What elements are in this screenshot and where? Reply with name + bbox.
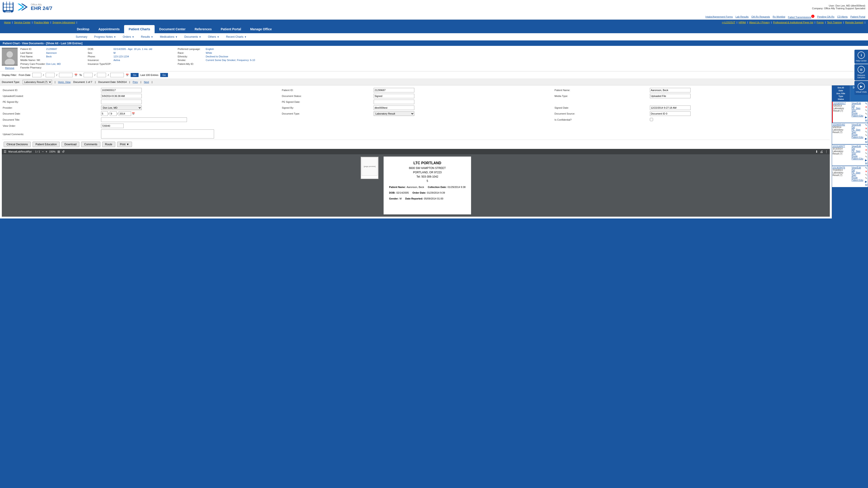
signed-by-input[interactable]	[374, 105, 414, 110]
route-3[interactable]: Route	[851, 155, 863, 158]
route-1[interactable]: Route	[851, 112, 863, 115]
provider-select[interactable]: Don Lee, MD	[101, 105, 142, 110]
route-2[interactable]: Route	[851, 133, 863, 136]
failed-trans-link[interactable]: Failed Transmissions	[788, 16, 811, 19]
signed-date-input[interactable]	[650, 105, 690, 110]
from-date-d[interactable]	[46, 73, 55, 77]
patient-id-input[interactable]	[374, 88, 414, 92]
comments-btn[interactable]: Comments	[81, 142, 100, 147]
doc-id-4[interactable]: 1013639476	[833, 166, 850, 169]
print-btn[interactable]: Print ▼	[117, 142, 132, 147]
pe-sign-4[interactable]: PE_Sign	[851, 171, 863, 174]
pdf-menu-btn[interactable]: ☰	[4, 150, 6, 153]
to-date-d[interactable]	[97, 73, 106, 77]
pdf-more-btn[interactable]: ⋮	[825, 150, 828, 153]
synergy-link[interactable]: Synergy Infoconnect	[51, 21, 76, 24]
sign-3[interactable]: Sign	[851, 153, 863, 155]
from-date-y[interactable]	[59, 73, 72, 77]
pe-signed-input[interactable]	[101, 100, 142, 104]
intake-forms-link[interactable]: Intake/Agreement Forms	[706, 15, 733, 18]
calendar-icon1[interactable]: 📅	[74, 74, 78, 76]
media-type-input[interactable]	[650, 94, 690, 98]
pe-sign-3[interactable]: PE_Sign	[851, 150, 863, 153]
view-edit-4[interactable]: View/Edit	[851, 166, 863, 169]
del-3[interactable]: Del	[851, 148, 863, 150]
hipaa-link[interactable]: HIPAA	[737, 21, 747, 24]
tab-patient-charts[interactable]: Patient Charts	[124, 25, 155, 33]
subtab-progress-notes[interactable]: Progress Notes ▼	[91, 33, 119, 40]
view-edit-2[interactable]: View/Edit	[851, 124, 863, 126]
del-4[interactable]: Del	[851, 169, 863, 171]
is-confidential-checkbox[interactable]	[650, 117, 653, 122]
pe-sign-1[interactable]: PE_Sign	[851, 107, 863, 109]
clinical-decisions-btn[interactable]: Clinical Decisions	[4, 142, 31, 147]
pdf-download-btn[interactable]: ⬇	[815, 150, 818, 153]
request-samples-btn[interactable]: ⊞ Request Samples	[855, 64, 868, 80]
to-date-m[interactable]	[84, 73, 93, 77]
doc-date-d-input[interactable]	[110, 111, 117, 116]
rx-worklist-link[interactable]: Rx Worklist	[773, 15, 785, 18]
sign-1[interactable]: Sign	[851, 109, 863, 112]
pdf-zoom-out-btn[interactable]: −	[42, 150, 43, 153]
doc-id-1[interactable]: 1020655517	[833, 102, 850, 105]
lab-results-link[interactable]: Lab Results	[736, 15, 749, 18]
doc-date-m-input[interactable]	[101, 111, 108, 116]
next-link[interactable]: Next	[144, 80, 149, 84]
pdf-zoom-in-btn[interactable]: +	[45, 150, 47, 153]
uploaded-input[interactable]	[101, 94, 142, 98]
subtab-documents[interactable]: Documents ▼	[181, 33, 205, 40]
go-button-1[interactable]: Go	[131, 73, 138, 77]
from-date-m[interactable]	[32, 73, 41, 77]
view-order-input[interactable]	[101, 124, 124, 128]
patient-name-input[interactable]	[650, 88, 690, 92]
del-1[interactable]: Del	[851, 105, 863, 107]
pdf-rotate-btn[interactable]: ↺	[62, 150, 65, 153]
go-button-2[interactable]: Go	[160, 73, 168, 77]
calendar-icon2[interactable]: 📅	[126, 74, 129, 76]
doctype-select[interactable]: Laboratory Result (7)	[23, 80, 52, 84]
upload-comments-textarea[interactable]	[101, 129, 214, 138]
patient-edu-1[interactable]: Patient Edu	[851, 115, 863, 117]
tab-desktop[interactable]: Desktop	[72, 25, 94, 33]
virtual-visits-btn[interactable]: ▶ Virtual Visits	[855, 81, 868, 95]
view-edit-3[interactable]: View/Edit	[851, 145, 863, 148]
about-link[interactable]: About Us / Privacy	[748, 21, 771, 24]
logout-link[interactable]: <<LOGOUT	[720, 21, 737, 24]
route-btn[interactable]: Route	[102, 142, 115, 147]
doc-id-3[interactable]: 1019149977	[833, 145, 850, 148]
subtab-recent-charts[interactable]: Recent Charts ▼	[223, 33, 250, 40]
tab-references[interactable]: References	[190, 25, 216, 33]
pdf-print-btn[interactable]: 🖨	[820, 150, 823, 153]
subtab-others[interactable]: Others ▼	[205, 33, 223, 40]
sign-4[interactable]: Sign	[851, 174, 863, 176]
doc-date-cal-icon[interactable]: 📅	[132, 112, 135, 115]
del-2[interactable]: Del	[851, 126, 863, 129]
doc-status-input[interactable]	[374, 94, 414, 98]
subtab-medications[interactable]: Medications ▼	[156, 33, 181, 40]
prev-link[interactable]: Prev	[133, 80, 138, 84]
view-edit-1[interactable]: View/Edit	[851, 102, 863, 105]
practice-mate-link[interactable]: Practice Mate	[33, 21, 51, 24]
tab-appointments[interactable]: Appointments	[94, 25, 124, 33]
patient-portal-link[interactable]: Patient Portal	[850, 15, 865, 18]
oa-rx-link[interactable]: OA-Rx Requests	[751, 15, 770, 18]
remove-link[interactable]: Remove	[5, 67, 14, 69]
doc-id-input[interactable]	[101, 88, 142, 92]
forms-link[interactable]: Forms	[815, 21, 825, 24]
tab-manage-office[interactable]: Manage Office	[246, 25, 276, 33]
service-center-link[interactable]: Service Center	[13, 21, 32, 24]
patient-education-btn[interactable]: Patient Education	[33, 142, 60, 147]
payer-list-link[interactable]: Professional & Institutional Payer list	[772, 21, 815, 24]
apps-icon[interactable]: APPS	[3, 2, 13, 12]
subtab-summary[interactable]: Summary	[72, 33, 91, 40]
cd-alerts-link[interactable]: CD Alerts	[837, 15, 847, 18]
pending-oa-rx-link[interactable]: Pending OA-Rx	[817, 15, 834, 18]
tech-training-link[interactable]: Tech Training	[826, 21, 843, 24]
doc-type-select[interactable]: Laboratory Result	[374, 111, 414, 116]
remote-support-link[interactable]: Remote Support	[844, 21, 865, 24]
patient-edu-2[interactable]: Patient Edu	[851, 136, 863, 138]
download-btn[interactable]: Download	[61, 142, 79, 147]
patient-edu-3[interactable]: Patient Edu	[851, 158, 863, 160]
doc-title-input[interactable]	[101, 118, 187, 122]
subtab-orders[interactable]: Orders ▼	[119, 33, 138, 40]
